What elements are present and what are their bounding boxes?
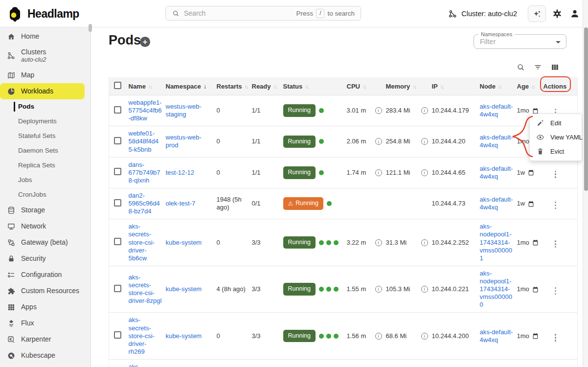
sidebar-item-jobs[interactable]: Jobs	[0, 173, 90, 187]
sidebar-item-sublabel: auto-clu2	[21, 56, 46, 64]
row-actions-kebab-icon[interactable]	[552, 201, 559, 210]
sidebar-item-apps[interactable]: Apps	[0, 299, 90, 315]
info-icon[interactable]: i	[375, 333, 382, 340]
cell-ready: 3/3	[252, 266, 283, 313]
pod-name-link[interactable]: dan2-5965c96d48-bz7d4	[129, 192, 160, 215]
sidebar-item-pods[interactable]: Pods	[0, 99, 90, 114]
col-namespace[interactable]: Namespace↓	[166, 77, 217, 95]
info-icon[interactable]: i	[421, 286, 428, 293]
headlamp-brand[interactable]: Headlamp	[7, 0, 79, 27]
col-age[interactable]: Age↑↓	[517, 77, 543, 95]
col-memory[interactable]: Memory↑↓	[386, 77, 432, 95]
row-checkbox[interactable]	[114, 168, 121, 175]
info-icon[interactable]: i	[421, 138, 428, 145]
info-icon[interactable]: i	[375, 138, 382, 145]
sidebar-item-configuration[interactable]: Configuration	[0, 267, 90, 283]
sidebar: HomeClustersauto-clu2MapWorkloadsPodsDep…	[0, 27, 91, 367]
sidebar-item-home[interactable]: Home	[0, 28, 90, 45]
namespace-link[interactable]: kube-system	[166, 285, 202, 293]
node-link[interactable]: aks-nodepool1-17434314-vmss000001	[480, 223, 512, 261]
pod-name-link[interactable]: aks-secrets-store-csi-driver-5b6cw	[129, 223, 155, 261]
ai-assistant-button[interactable]	[528, 5, 546, 22]
table-tool-search-icon[interactable]	[516, 63, 525, 72]
sidebar-item-workloads[interactable]: Workloads	[0, 83, 85, 99]
sidebar-item-flux[interactable]: Flux	[0, 315, 90, 331]
scrollbar-thumb[interactable]	[584, 27, 588, 191]
pod-name-link[interactable]: aks-secrets-store-csi-driver-rh269	[129, 316, 155, 355]
sidebar-item-gateway[interactable]: Gateway (beta)	[0, 234, 90, 251]
sidebar-item-custom-resources[interactable]: Custom Resources	[0, 283, 90, 299]
node-link[interactable]: aks-default-4w4xq	[480, 328, 513, 344]
info-icon[interactable]: i	[375, 169, 382, 176]
info-icon[interactable]: i	[375, 239, 382, 246]
pod-name-link[interactable]: dans-677b749b78-qlxnh	[129, 161, 160, 184]
cell-node: aks-nodepool1-17434314-vmss000001	[480, 219, 517, 266]
sidebar-item-daemon-sets[interactable]: Daemon Sets	[0, 143, 90, 158]
info-icon[interactable]: i	[421, 239, 428, 246]
menu-item-view-yaml[interactable]: View YAML	[530, 130, 582, 144]
settings-button[interactable]	[551, 7, 564, 20]
cluster-selector[interactable]: Cluster: auto-clu2	[448, 9, 517, 19]
sidebar-item-clusters[interactable]: Clustersauto-clu2	[0, 45, 90, 67]
col-ready[interactable]: Ready↑↓	[252, 77, 283, 95]
row-actions-kebab-icon[interactable]	[552, 170, 559, 179]
sidebar-item-stateful-sets[interactable]: Stateful Sets	[0, 129, 90, 143]
namespace-link[interactable]: olek-test-7	[166, 200, 196, 207]
col-cpu[interactable]: CPU↑↓	[347, 77, 386, 95]
sidebar-item-deployments[interactable]: Deployments	[0, 114, 90, 129]
table-tool-filter-icon[interactable]	[533, 63, 543, 72]
info-icon[interactable]: i	[421, 169, 428, 176]
row-checkbox[interactable]	[114, 199, 121, 206]
node-link[interactable]: aks-default-4w4xq	[480, 196, 513, 211]
info-icon[interactable]: i	[375, 107, 382, 114]
sidebar-item-replica-sets[interactable]: Replica Sets	[0, 158, 90, 173]
col-restarts[interactable]: Restarts↑↓	[217, 77, 252, 95]
column-label: Ready	[252, 83, 271, 90]
sidebar-item-cronjobs[interactable]: CronJobs	[0, 187, 90, 202]
sidebar-item-karpenter[interactable]: Karpenter	[0, 331, 90, 347]
row-actions-kebab-icon[interactable]	[552, 333, 559, 342]
col-node[interactable]: Node↑↓	[480, 77, 517, 95]
pod-name-link[interactable]: webappfe1-57754c4fb6-df8kw	[129, 99, 162, 122]
row-actions-kebab-icon[interactable]	[552, 286, 559, 296]
sidebar-item-map[interactable]: Map	[0, 67, 90, 83]
sidebar-item-kubescape[interactable]: Kubescape	[0, 347, 90, 364]
cell-restarts: 1948 (5h ago)	[217, 188, 252, 219]
info-icon[interactable]: i	[375, 286, 382, 293]
namespace-link[interactable]: kube-system	[166, 332, 202, 340]
menu-item-edit[interactable]: Edit	[530, 116, 582, 130]
col-status[interactable]: Status↑↓	[283, 77, 347, 95]
info-icon[interactable]: i	[421, 333, 428, 340]
node-link[interactable]: aks-default-4w4xq	[480, 134, 513, 149]
row-checkbox[interactable]	[114, 137, 121, 144]
row-checkbox[interactable]	[114, 285, 121, 292]
namespace-link[interactable]: test-12-12	[166, 169, 195, 176]
namespace-filter-select[interactable]: Namespaces Filter	[474, 34, 566, 49]
node-link[interactable]: aks-default-4w4xq	[480, 103, 513, 118]
namespace-link[interactable]: westus-web-staging	[166, 103, 202, 118]
sidebar-item-security[interactable]: Security	[0, 251, 90, 267]
pod-name-link[interactable]: aks-secrets-store-csi-driver-8zpgl	[129, 274, 162, 304]
row-actions-kebab-icon[interactable]	[552, 239, 559, 249]
node-link[interactable]: aks-nodepool1-17434314-vmss000000	[480, 270, 512, 308]
sidebar-resize-handle[interactable]	[89, 24, 92, 32]
table-tool-columns-icon[interactable]	[550, 63, 560, 72]
namespace-link[interactable]: kube-system	[166, 239, 202, 246]
row-checkbox[interactable]	[114, 238, 121, 245]
row-checkbox[interactable]	[114, 331, 121, 339]
create-pod-button[interactable]: +	[140, 37, 150, 47]
col-ip[interactable]: IP↑↓	[432, 77, 480, 95]
account-button[interactable]	[568, 7, 581, 20]
row-checkbox[interactable]	[114, 106, 121, 114]
node-link[interactable]: aks-default-4w4xq	[480, 165, 513, 180]
sidebar-item-storage[interactable]: Storage	[0, 202, 90, 218]
global-search-input[interactable]: Search Press / to search	[165, 6, 361, 21]
sidebar-item-network[interactable]: Network	[0, 218, 90, 234]
pod-name-link[interactable]: aks-secrets-store-csi-driver-	[129, 363, 155, 367]
menu-item-evict[interactable]: Evict	[530, 144, 582, 159]
info-icon[interactable]: i	[421, 107, 428, 114]
col-name[interactable]: Name↑↓	[129, 77, 166, 95]
select-all-checkbox[interactable]	[114, 82, 121, 89]
pod-name-link[interactable]: webfe01-58d48f4d45-k5bnb	[129, 130, 158, 153]
namespace-link[interactable]: westus-web-prod	[166, 134, 202, 149]
